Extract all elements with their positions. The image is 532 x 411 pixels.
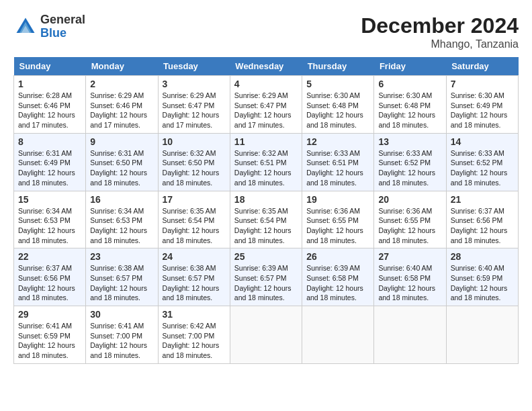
day-info: Sunrise: 6:37 AMSunset: 6:56 PMDaylight:… xyxy=(451,207,508,244)
day-info: Sunrise: 6:41 AMSunset: 6:59 PMDaylight:… xyxy=(18,322,75,359)
day-info: Sunrise: 6:42 AMSunset: 7:00 PMDaylight:… xyxy=(163,322,220,359)
week-row-1: 1 Sunrise: 6:28 AMSunset: 6:46 PMDayligh… xyxy=(14,76,519,134)
logo-icon xyxy=(13,15,38,39)
day-cell: 8 Sunrise: 6:31 AMSunset: 6:49 PMDayligh… xyxy=(14,133,86,191)
day-info: Sunrise: 6:33 AMSunset: 6:51 PMDaylight:… xyxy=(306,149,363,187)
day-cell: 15 Sunrise: 6:34 AMSunset: 6:53 PMDaylig… xyxy=(14,191,86,248)
title-block: December 2024 Mhango, Tanzania xyxy=(361,13,519,50)
day-number: 28 xyxy=(451,251,514,262)
day-header-tuesday: Tuesday xyxy=(158,57,230,76)
day-cell: 3 Sunrise: 6:29 AMSunset: 6:47 PMDayligh… xyxy=(158,76,230,134)
day-info: Sunrise: 6:32 AMSunset: 6:50 PMDaylight:… xyxy=(163,149,220,187)
month-title: December 2024 xyxy=(361,13,519,38)
logo-text: General Blue xyxy=(40,13,85,40)
day-info: Sunrise: 6:35 AMSunset: 6:54 PMDaylight:… xyxy=(163,207,220,244)
day-info: Sunrise: 6:34 AMSunset: 6:53 PMDaylight:… xyxy=(90,207,147,244)
day-info: Sunrise: 6:38 AMSunset: 6:57 PMDaylight:… xyxy=(90,264,147,302)
day-info: Sunrise: 6:30 AMSunset: 6:49 PMDaylight:… xyxy=(451,91,508,129)
day-info: Sunrise: 6:34 AMSunset: 6:53 PMDaylight:… xyxy=(18,207,75,244)
day-number: 29 xyxy=(18,309,81,320)
day-info: Sunrise: 6:31 AMSunset: 6:49 PMDaylight:… xyxy=(18,149,75,187)
day-number: 5 xyxy=(306,79,369,89)
day-number: 31 xyxy=(163,309,226,320)
day-number: 4 xyxy=(234,79,298,89)
week-row-4: 22 Sunrise: 6:37 AMSunset: 6:56 PMDaylig… xyxy=(14,248,519,306)
day-info: Sunrise: 6:41 AMSunset: 7:00 PMDaylight:… xyxy=(90,322,147,359)
day-cell: 17 Sunrise: 6:35 AMSunset: 6:54 PMDaylig… xyxy=(158,191,230,248)
day-cell: 22 Sunrise: 6:37 AMSunset: 6:56 PMDaylig… xyxy=(14,248,86,306)
day-cell: 26 Sunrise: 6:39 AMSunset: 6:58 PMDaylig… xyxy=(302,248,374,306)
day-cell: 2 Sunrise: 6:29 AMSunset: 6:46 PMDayligh… xyxy=(86,76,158,134)
day-cell: 20 Sunrise: 6:36 AMSunset: 6:55 PMDaylig… xyxy=(374,191,446,248)
day-number: 3 xyxy=(163,79,226,89)
day-info: Sunrise: 6:32 AMSunset: 6:51 PMDaylight:… xyxy=(234,149,292,187)
day-number: 19 xyxy=(306,194,369,205)
day-header-monday: Monday xyxy=(86,57,158,76)
week-row-2: 8 Sunrise: 6:31 AMSunset: 6:49 PMDayligh… xyxy=(14,133,519,191)
day-cell: 9 Sunrise: 6:31 AMSunset: 6:50 PMDayligh… xyxy=(86,133,158,191)
day-info: Sunrise: 6:39 AMSunset: 6:57 PMDaylight:… xyxy=(234,264,292,302)
calendar-table: SundayMondayTuesdayWednesdayThursdayFrid… xyxy=(13,57,519,364)
day-number: 17 xyxy=(163,194,226,205)
day-number: 27 xyxy=(378,251,441,262)
day-number: 9 xyxy=(90,136,153,147)
day-info: Sunrise: 6:37 AMSunset: 6:56 PMDaylight:… xyxy=(18,264,75,302)
day-cell: 5 Sunrise: 6:30 AMSunset: 6:48 PMDayligh… xyxy=(302,76,374,134)
day-number: 24 xyxy=(163,251,226,262)
day-cell xyxy=(446,306,518,364)
day-number: 10 xyxy=(163,136,226,147)
week-row-3: 15 Sunrise: 6:34 AMSunset: 6:53 PMDaylig… xyxy=(14,191,519,248)
day-header-saturday: Saturday xyxy=(446,57,518,76)
logo: General Blue xyxy=(13,13,85,40)
day-info: Sunrise: 6:28 AMSunset: 6:46 PMDaylight:… xyxy=(18,91,75,129)
day-number: 11 xyxy=(234,136,298,147)
day-number: 1 xyxy=(18,79,81,89)
day-number: 13 xyxy=(378,136,441,147)
day-number: 6 xyxy=(378,79,441,89)
page-header: General Blue December 2024 Mhango, Tanza… xyxy=(13,13,519,50)
day-number: 23 xyxy=(90,251,153,262)
day-number: 8 xyxy=(18,136,81,147)
day-info: Sunrise: 6:35 AMSunset: 6:54 PMDaylight:… xyxy=(234,207,292,244)
day-number: 14 xyxy=(451,136,514,147)
day-header-thursday: Thursday xyxy=(302,57,374,76)
day-info: Sunrise: 6:40 AMSunset: 6:59 PMDaylight:… xyxy=(451,264,508,302)
day-cell: 13 Sunrise: 6:33 AMSunset: 6:52 PMDaylig… xyxy=(374,133,446,191)
day-number: 20 xyxy=(378,194,441,205)
logo-general: General xyxy=(40,13,85,27)
day-number: 15 xyxy=(18,194,81,205)
day-info: Sunrise: 6:30 AMSunset: 6:48 PMDaylight:… xyxy=(378,91,435,129)
day-cell: 29 Sunrise: 6:41 AMSunset: 6:59 PMDaylig… xyxy=(14,306,86,364)
day-info: Sunrise: 6:29 AMSunset: 6:46 PMDaylight:… xyxy=(90,91,147,129)
day-header-wednesday: Wednesday xyxy=(230,57,302,76)
day-header-friday: Friday xyxy=(374,57,446,76)
day-cell: 28 Sunrise: 6:40 AMSunset: 6:59 PMDaylig… xyxy=(446,248,518,306)
day-cell: 6 Sunrise: 6:30 AMSunset: 6:48 PMDayligh… xyxy=(374,76,446,134)
day-cell: 19 Sunrise: 6:36 AMSunset: 6:55 PMDaylig… xyxy=(302,191,374,248)
day-cell: 16 Sunrise: 6:34 AMSunset: 6:53 PMDaylig… xyxy=(86,191,158,248)
day-cell: 18 Sunrise: 6:35 AMSunset: 6:54 PMDaylig… xyxy=(230,191,302,248)
day-cell: 27 Sunrise: 6:40 AMSunset: 6:58 PMDaylig… xyxy=(374,248,446,306)
day-info: Sunrise: 6:38 AMSunset: 6:57 PMDaylight:… xyxy=(163,264,220,302)
day-cell: 24 Sunrise: 6:38 AMSunset: 6:57 PMDaylig… xyxy=(158,248,230,306)
day-cell: 11 Sunrise: 6:32 AMSunset: 6:51 PMDaylig… xyxy=(230,133,302,191)
day-cell: 4 Sunrise: 6:29 AMSunset: 6:47 PMDayligh… xyxy=(230,76,302,134)
day-cell: 21 Sunrise: 6:37 AMSunset: 6:56 PMDaylig… xyxy=(446,191,518,248)
day-number: 26 xyxy=(306,251,369,262)
day-number: 7 xyxy=(451,79,514,89)
location: Mhango, Tanzania xyxy=(361,38,519,50)
day-cell: 7 Sunrise: 6:30 AMSunset: 6:49 PMDayligh… xyxy=(446,76,518,134)
day-cell: 31 Sunrise: 6:42 AMSunset: 7:00 PMDaylig… xyxy=(158,306,230,364)
day-cell xyxy=(302,306,374,364)
day-cell: 25 Sunrise: 6:39 AMSunset: 6:57 PMDaylig… xyxy=(230,248,302,306)
week-row-5: 29 Sunrise: 6:41 AMSunset: 6:59 PMDaylig… xyxy=(14,306,519,364)
day-info: Sunrise: 6:31 AMSunset: 6:50 PMDaylight:… xyxy=(90,149,147,187)
day-number: 18 xyxy=(234,194,298,205)
header-row: SundayMondayTuesdayWednesdayThursdayFrid… xyxy=(14,57,519,76)
day-cell: 10 Sunrise: 6:32 AMSunset: 6:50 PMDaylig… xyxy=(158,133,230,191)
day-number: 12 xyxy=(306,136,369,147)
day-info: Sunrise: 6:36 AMSunset: 6:55 PMDaylight:… xyxy=(306,207,363,244)
day-cell xyxy=(230,306,302,364)
day-cell xyxy=(374,306,446,364)
day-cell: 1 Sunrise: 6:28 AMSunset: 6:46 PMDayligh… xyxy=(14,76,86,134)
